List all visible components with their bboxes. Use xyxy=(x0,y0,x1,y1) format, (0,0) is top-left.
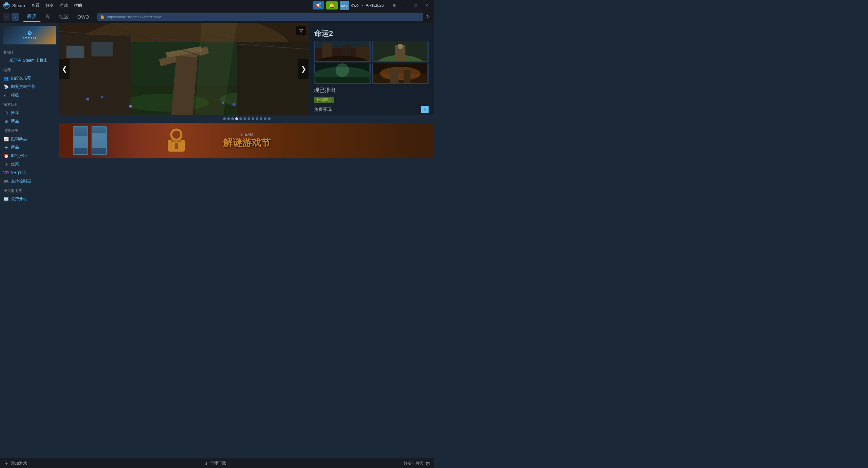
featured-thumbnails xyxy=(314,41,429,84)
dot-9[interactable] xyxy=(256,117,258,120)
lock-decoration xyxy=(164,128,188,153)
maximize-button[interactable]: □ xyxy=(411,2,420,9)
tab-user[interactable]: OWO xyxy=(73,13,93,21)
broadcast-icon: 📢 xyxy=(315,3,321,8)
svg-point-17 xyxy=(86,98,89,100)
menu-view[interactable]: 查看 xyxy=(28,1,42,10)
tab-library[interactable]: 库 xyxy=(41,13,54,21)
user-balance: AR$19,26 xyxy=(366,3,384,8)
sidebar-controller[interactable]: 🎮 支持控制器 xyxy=(0,177,59,186)
user-name: owo xyxy=(351,3,359,8)
featured-game-title: 命运2 xyxy=(314,28,429,39)
sidebar-available-on-steam[interactable]: → 现已在 Steam 上推出 xyxy=(0,56,59,65)
svg-point-20 xyxy=(222,102,224,104)
dot-12[interactable] xyxy=(268,117,271,120)
back-button[interactable]: ‹ xyxy=(3,13,10,21)
dot-4[interactable] xyxy=(235,117,238,120)
dot-5[interactable] xyxy=(239,117,242,120)
notification-button[interactable]: 🔔 xyxy=(326,1,338,9)
svg-rect-39 xyxy=(315,77,370,83)
featured-thumb-4[interactable] xyxy=(372,63,429,84)
minimize-button[interactable]: — xyxy=(400,2,410,9)
dot-7[interactable] xyxy=(248,117,250,120)
free-icon: 🆓 xyxy=(3,196,9,202)
sidebar-explore-recommend[interactable]: ⊞ 推荐 xyxy=(0,109,59,117)
sidebar-tags[interactable]: 🏷 标签 xyxy=(0,91,59,99)
sale-icon: ％ xyxy=(3,162,9,167)
sidebar-explore-new[interactable]: ⊞ 新品 xyxy=(0,117,59,125)
refresh-button[interactable]: ↻ xyxy=(425,14,431,20)
sidebar-sale[interactable]: ％ 优惠 xyxy=(0,160,59,169)
close-button[interactable]: ✕ xyxy=(422,2,431,9)
svg-point-35 xyxy=(398,44,403,49)
steam-banner-logo-icon: ⚙ xyxy=(22,30,36,37)
carousel-prev-button[interactable]: ❮ xyxy=(59,59,70,79)
featured-thumb-1[interactable] xyxy=(314,41,371,62)
water-1 xyxy=(74,136,87,148)
main-layout: ⚙ STEAM 礼物卡 → 现已在 Steam 上推出 推荐 👥 由好友推荐 📡… xyxy=(0,23,434,225)
window-controls: ⊞ — □ ✕ xyxy=(389,2,431,9)
tab-store[interactable]: 商店 xyxy=(23,12,41,22)
menu-games[interactable]: 游戏 xyxy=(57,1,71,10)
titlebar: Steam 查看 好友 游戏 帮助 📢 🔔 owo owo ▼ AR$19,26… xyxy=(0,0,434,11)
sidebar-friend-recommend[interactable]: 👥 由好友推荐 xyxy=(0,74,59,82)
sidebar-trending[interactable]: 📈 热销商品 xyxy=(0,135,59,143)
address-bar[interactable]: 🔒 https://store.steampowered.com/ xyxy=(97,13,423,21)
navbar: ‹ › 商店 库 社区 OWO 🔒 https://store.steampow… xyxy=(0,11,434,23)
broadcast-button[interactable]: 📢 xyxy=(313,1,324,9)
bottom-banner[interactable]: STEAM 解谜游戏节 xyxy=(59,123,434,158)
steam-logo-icon xyxy=(3,2,10,9)
lock-svg xyxy=(164,128,188,153)
featured-thumb-3[interactable] xyxy=(314,63,371,84)
coming-soon-icon: ⏰ xyxy=(3,153,9,159)
scroll-down-button[interactable]: ▽ xyxy=(296,26,306,35)
sidebar-free-to-play[interactable]: 🆓 免费开玩 xyxy=(0,195,59,203)
dot-1[interactable] xyxy=(223,117,226,120)
scroll-down-icon: ▽ xyxy=(299,28,303,33)
explore-icon: ⊞ xyxy=(3,110,9,116)
svg-point-47 xyxy=(171,130,181,140)
dot-2[interactable] xyxy=(227,117,230,120)
featured-badge: 热销商品 xyxy=(314,97,334,103)
svg-point-1 xyxy=(5,5,6,7)
dot-8[interactable] xyxy=(252,117,254,120)
water-2 xyxy=(92,133,106,148)
tab-community[interactable]: 社区 xyxy=(55,13,73,21)
dot-6[interactable] xyxy=(243,117,246,120)
steam-banner[interactable]: ⚙ STEAM xyxy=(3,26,56,44)
friends-icon: 👥 xyxy=(3,76,9,81)
game-scene-svg xyxy=(59,23,309,115)
svg-point-19 xyxy=(129,105,132,108)
menu-help[interactable]: 帮助 xyxy=(71,1,85,10)
sidebar-coming-soon[interactable]: ⏰ 即将推出 xyxy=(0,152,59,160)
thumb4-svg xyxy=(372,63,429,83)
lock-icon: 🔒 xyxy=(100,15,105,19)
featured-side-panel: 命运2 xyxy=(309,23,434,115)
forward-button[interactable]: › xyxy=(12,13,19,21)
user-section[interactable]: owo owo ▼ AR$19,26 xyxy=(340,1,384,10)
svg-point-18 xyxy=(101,96,103,98)
carousel-dots xyxy=(59,115,434,123)
sidebar-vr[interactable]: VR VR 作品 xyxy=(0,169,59,177)
user-avatar: owo xyxy=(340,1,349,10)
app-name: Steam xyxy=(12,3,25,8)
dot-10[interactable] xyxy=(260,117,262,120)
gift-card-label: 礼物卡 xyxy=(0,47,59,56)
dot-3[interactable] xyxy=(231,117,234,120)
svg-point-42 xyxy=(380,67,421,80)
featured-free-section: 免费开玩 ⊞ xyxy=(314,106,429,113)
explore-new-icon: ⊞ xyxy=(3,119,9,124)
nav-tabs: 商店 库 社区 OWO xyxy=(23,12,93,22)
by-type-label: 按类型浏览 xyxy=(0,186,59,195)
vr-icon: VR xyxy=(3,170,9,176)
sidebar-curator-recommend[interactable]: 📡 由鉴赏家推荐 xyxy=(0,82,59,91)
screen-button[interactable]: ⊞ xyxy=(389,2,399,9)
carousel-next-button[interactable]: ❯ xyxy=(298,59,309,79)
menu-friends[interactable]: 好友 xyxy=(43,1,56,10)
sidebar-new[interactable]: ✚ 新品 xyxy=(0,143,59,152)
dot-11[interactable] xyxy=(264,117,267,120)
recommend-label: 推荐 xyxy=(0,65,59,74)
featured-main-image[interactable]: ▽ ❮ xyxy=(59,23,309,115)
featured-thumb-2[interactable] xyxy=(372,41,429,62)
prev-icon: ❮ xyxy=(62,65,67,73)
